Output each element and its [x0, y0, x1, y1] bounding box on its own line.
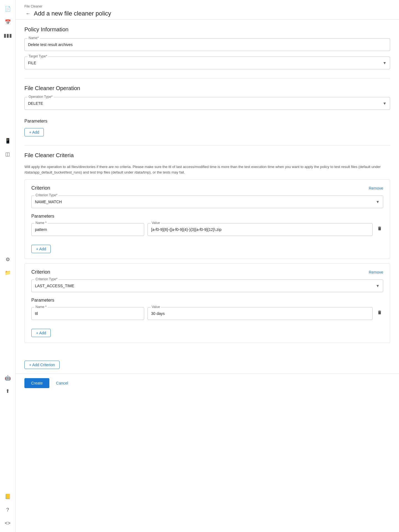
criterion-1-param-value-field: Value — [148, 223, 373, 236]
add-criterion-button[interactable]: + Add Criterion — [24, 361, 60, 369]
parameters-section: Parameters + Add — [24, 119, 390, 136]
target-type-field-group: Target Type* FILE DIRECTORY ▼ — [24, 57, 390, 69]
criterion-1-param-row-1: Name * Value — [31, 223, 383, 241]
divider-1 — [24, 78, 390, 78]
criteria-title: File Cleaner Criteria — [24, 152, 390, 159]
breadcrumb: File Cleaner — [24, 4, 390, 8]
add-criterion-2-param-button[interactable]: + Add — [31, 329, 51, 337]
criterion-title-2: Criterion — [31, 269, 50, 275]
notes-icon[interactable]: 📒 — [2, 491, 13, 502]
page-title: Add a new file cleaner policy — [34, 10, 111, 17]
criterion-2-param-value-field: Value — [148, 307, 373, 320]
policy-information-section: Policy Information Name* Target Type* FI… — [24, 26, 390, 69]
criterion-card-1: Criterion Remove Criterion Type* NAME_MA… — [24, 179, 390, 259]
criterion-2-param-value-label: Value — [151, 305, 161, 309]
criteria-section: File Cleaner Criteria Will apply the ope… — [24, 152, 390, 343]
criterion-type-1-select[interactable]: NAME_MATCH LAST_ACCESS_TIME LAST_MODIFIE… — [32, 196, 383, 208]
layers-icon[interactable]: ◫ — [2, 149, 13, 160]
criterion-2-params-title: Parameters — [31, 298, 383, 303]
document-icon[interactable]: 📄 — [2, 3, 13, 14]
target-type-select[interactable]: FILE DIRECTORY — [25, 57, 390, 69]
criterion-1-param-name-field: Name * — [31, 223, 144, 236]
criterion-type-1-field-group: Criterion Type* NAME_MATCH LAST_ACCESS_T… — [31, 195, 383, 208]
upload-icon[interactable]: ⬆ — [2, 386, 13, 397]
page-header: File Cleaner ← Add a new file cleaner po… — [16, 0, 399, 20]
settings-icon[interactable]: ⚙ — [2, 254, 13, 265]
name-input[interactable] — [25, 39, 390, 51]
name-field-group: Name* — [24, 38, 390, 51]
criterion-2-param-value-input[interactable] — [148, 307, 372, 320]
parameters-title: Parameters — [24, 119, 390, 124]
criterion-header-2: Criterion Remove — [31, 269, 383, 275]
folder-icon[interactable]: 📁 — [2, 267, 13, 278]
remove-criterion-2-button[interactable]: Remove — [369, 270, 383, 274]
criterion-type-2-field-group: Criterion Type* NAME_MATCH LAST_ACCESS_T… — [31, 279, 383, 292]
help-icon[interactable]: ? — [2, 504, 13, 515]
criterion-1-param-name-label: Name * — [34, 221, 48, 225]
criterion-2-param-name-label: Name * — [34, 305, 48, 309]
operation-section: File Cleaner Operation Operation Type* D… — [24, 85, 390, 110]
operation-type-select[interactable]: DELETE ARCHIVE — [25, 97, 390, 110]
criterion-title-1: Criterion — [31, 185, 50, 191]
criterion-2-param-delete-button[interactable] — [376, 307, 383, 318]
criterion-card-2: Criterion Remove Criterion Type* NAME_MA… — [24, 263, 390, 343]
robot-icon[interactable]: 🤖 — [2, 372, 13, 383]
criterion-2-param-name-input[interactable] — [32, 307, 144, 320]
criterion-1-param-value-input[interactable] — [148, 223, 372, 236]
main-content: File Cleaner ← Add a new file cleaner po… — [16, 0, 399, 532]
add-criterion-1-param-button[interactable]: + Add — [31, 245, 51, 253]
divider-2 — [24, 145, 390, 146]
form-content: Policy Information Name* Target Type* FI… — [16, 20, 399, 358]
cancel-button[interactable]: Cancel — [54, 378, 70, 388]
sidebar: 📄 📅 ▮▮▮ 📱 ◫ ⚙ 📁 🤖 ⬆ 📒 ? <> — [0, 0, 16, 532]
criterion-type-2-select[interactable]: NAME_MATCH LAST_ACCESS_TIME LAST_MODIFIE… — [32, 280, 383, 292]
criterion-2-param-name-field: Name * — [31, 307, 144, 320]
criteria-info-text: Will apply the operation to all files/di… — [24, 164, 390, 175]
code-icon[interactable]: <> — [2, 518, 13, 529]
chart-icon[interactable]: ▮▮▮ — [2, 30, 13, 41]
bottom-actions: Create Cancel — [16, 373, 399, 397]
back-button[interactable]: ← — [24, 10, 32, 17]
criterion-1-params-title: Parameters — [31, 214, 383, 219]
criterion-1-param-value-label: Value — [151, 221, 161, 225]
create-button[interactable]: Create — [24, 378, 49, 388]
criterion-1-param-delete-button[interactable] — [376, 223, 383, 234]
add-criterion-area: + Add Criterion — [16, 358, 399, 373]
criterion-header-1: Criterion Remove — [31, 185, 383, 191]
policy-info-title: Policy Information — [24, 26, 390, 33]
remove-criterion-1-button[interactable]: Remove — [369, 186, 383, 190]
add-parameter-button[interactable]: + Add — [24, 128, 44, 136]
name-label: Name* — [27, 36, 40, 40]
op-type-field-group: Operation Type* DELETE ARCHIVE ▼ — [24, 97, 390, 110]
criterion-2-param-row-1: Name * Value — [31, 307, 383, 325]
criterion-1-param-name-input[interactable] — [32, 223, 144, 236]
calendar-icon[interactable]: 📅 — [2, 17, 13, 28]
phone-icon[interactable]: 📱 — [2, 135, 13, 146]
operation-title: File Cleaner Operation — [24, 85, 390, 91]
